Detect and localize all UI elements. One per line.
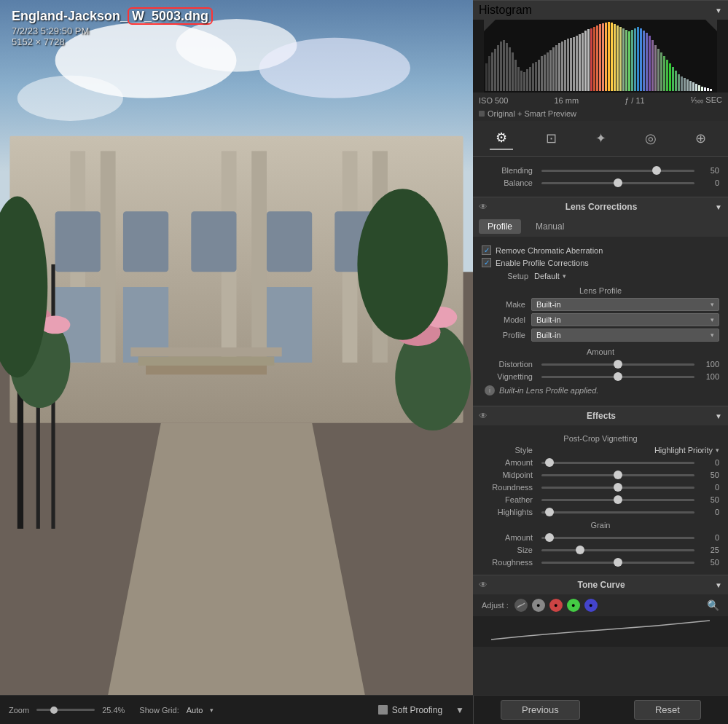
grain-roughness-row: Roughness 50: [482, 558, 719, 567]
tone-search-icon[interactable]: 🔍: [707, 599, 719, 611]
photo-area: England-Jackson_W_5003.dng 7/2/23 5:29:5…: [0, 0, 473, 695]
svg-rect-112: [698, 85, 700, 91]
bottom-chevron[interactable]: ▼: [455, 705, 464, 715]
preview-label: Original + Smart Preview: [488, 109, 576, 118]
svg-rect-41: [491, 52, 493, 91]
svg-rect-49: [514, 60, 517, 91]
distortion-slider[interactable]: [541, 363, 694, 366]
svg-rect-43: [497, 45, 499, 91]
make-dropdown[interactable]: Built-in ▾: [531, 298, 719, 311]
roundness-value: 0: [697, 483, 719, 492]
vignetting-slider[interactable]: [541, 376, 694, 378]
svg-rect-85: [619, 27, 622, 91]
grain-roughness-value: 50: [697, 558, 719, 567]
style-arrow[interactable]: ▾: [716, 446, 719, 454]
effects-header[interactable]: 👁 Effects ▼: [473, 406, 728, 425]
svg-rect-52: [523, 72, 525, 91]
svg-rect-58: [541, 56, 543, 91]
histogram-title: Histogram: [479, 4, 532, 17]
crop-icon[interactable]: ⊡: [540, 127, 563, 149]
lens-eye-icon[interactable]: 👁: [479, 202, 488, 212]
photo-dims: 5152 × 7728: [12, 36, 213, 47]
svg-rect-81: [608, 22, 610, 91]
svg-rect-105: [678, 74, 680, 91]
svg-rect-15: [191, 211, 236, 272]
svg-rect-44: [500, 42, 502, 91]
enable-profile-checkbox[interactable]: ✓: [482, 258, 491, 267]
tone-green-icon[interactable]: ●: [567, 599, 580, 612]
feather-slider[interactable]: [541, 499, 694, 501]
grain-size-slider[interactable]: [541, 549, 694, 551]
amount-effects-slider[interactable]: [541, 462, 694, 464]
grid-value: Auto: [187, 706, 203, 715]
svg-rect-98: [657, 49, 659, 91]
adjust-icon[interactable]: ⚙: [490, 127, 513, 150]
svg-rect-101: [666, 60, 668, 91]
svg-rect-111: [695, 84, 697, 91]
heal-icon[interactable]: ✦: [590, 127, 612, 149]
effects-title: Effects: [587, 411, 616, 421]
effects-collapse-arrow[interactable]: ▼: [715, 412, 722, 420]
svg-rect-109: [689, 81, 692, 91]
soft-proof-checkbox[interactable]: [378, 705, 388, 715]
lens-tabs: Profile Manual: [473, 216, 728, 237]
svg-rect-106: [681, 76, 683, 91]
tone-parametric-icon[interactable]: [514, 599, 528, 612]
tone-icons: ● ● ● ●: [514, 599, 598, 612]
lens-tab-profile[interactable]: Profile: [479, 219, 521, 234]
remove-ca-checkbox[interactable]: ✓: [482, 245, 491, 255]
previous-button[interactable]: Previous: [501, 700, 580, 720]
info-row: i Built-in Lens Profile applied.: [485, 385, 716, 396]
blending-balance-area: Blending 50 Balance 0: [473, 157, 728, 197]
tone-curve-header[interactable]: 👁 Tone Curve ▼: [473, 575, 728, 594]
setup-label: Setup: [485, 272, 528, 280]
roundness-slider[interactable]: [541, 487, 694, 489]
tone-red-icon[interactable]: ●: [549, 599, 563, 612]
tone-eye-icon[interactable]: 👁: [479, 580, 488, 590]
svg-rect-64: [558, 43, 560, 91]
lens-tab-manual[interactable]: Manual: [527, 219, 573, 234]
profile-arrow: ▾: [711, 331, 714, 339]
lens-collapse-arrow[interactable]: ▼: [715, 203, 722, 211]
svg-rect-116: [710, 89, 712, 91]
make-value: Built-in: [536, 300, 561, 309]
zoom-slider[interactable]: [36, 709, 95, 711]
tone-collapse-arrow[interactable]: ▼: [715, 581, 722, 589]
zoom-label: Zoom: [9, 706, 29, 715]
setup-dropdown-arrow[interactable]: ▾: [563, 272, 566, 280]
reset-button[interactable]: Reset: [634, 700, 701, 720]
histogram-arrow: ▼: [715, 7, 722, 15]
svg-rect-59: [544, 55, 546, 91]
photo-filename: England-Jackson_W_5003.dng: [12, 9, 213, 24]
filter-icon[interactable]: ⊕: [689, 127, 712, 149]
profile-dropdown[interactable]: Built-in ▾: [531, 328, 719, 342]
svg-rect-89: [631, 30, 633, 91]
amount-effects-label: Amount: [482, 458, 533, 467]
midpoint-value: 50: [697, 471, 719, 479]
balance-slider[interactable]: [541, 182, 694, 184]
highlights-slider[interactable]: [541, 511, 694, 514]
grain-roughness-slider[interactable]: [541, 562, 694, 564]
blending-slider[interactable]: [541, 170, 694, 172]
enable-profile-label: Enable Profile Corrections: [496, 259, 589, 267]
eye-icon[interactable]: ◎: [639, 127, 662, 149]
model-dropdown[interactable]: Built-in ▾: [531, 313, 719, 326]
tone-point-icon[interactable]: ●: [532, 599, 545, 612]
svg-rect-45: [503, 40, 505, 91]
lens-corrections-header[interactable]: 👁 Lens Corrections ▼: [473, 197, 728, 216]
grid-arrow[interactable]: ▾: [210, 707, 214, 714]
remove-ca-check: ✓: [484, 246, 490, 254]
svg-rect-42: [494, 49, 496, 91]
svg-rect-90: [634, 28, 636, 91]
shutter-stat: ¹⁄₅₀₀ SEC: [691, 95, 722, 105]
svg-rect-55: [532, 63, 534, 91]
midpoint-slider[interactable]: [541, 474, 694, 476]
tone-blue-icon[interactable]: ●: [584, 599, 598, 612]
midpoint-row: Midpoint 50: [482, 471, 719, 479]
grain-amount-slider[interactable]: [541, 537, 694, 539]
svg-rect-102: [669, 63, 671, 91]
svg-rect-97: [654, 45, 657, 91]
grain-roughness-label: Roughness: [482, 558, 533, 567]
effects-eye-icon[interactable]: 👁: [479, 411, 488, 421]
svg-rect-108: [686, 79, 689, 91]
